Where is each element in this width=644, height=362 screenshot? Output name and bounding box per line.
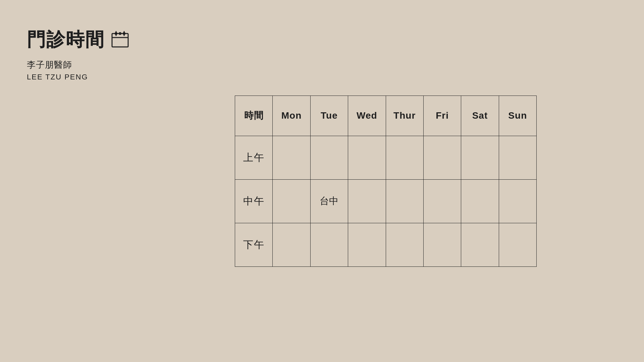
cell-tue-morning: [310, 136, 348, 179]
table-header-row: 時間 Mon Tue Wed Thur Fri Sat Sun: [235, 96, 537, 136]
svg-rect-0: [112, 34, 128, 47]
cell-fri-morning: [423, 136, 461, 179]
cell-mon-noon: [273, 179, 310, 223]
header-time: 時間: [235, 96, 273, 136]
header-fri: Fri: [423, 96, 461, 136]
cell-fri-noon: [423, 179, 461, 223]
left-panel: 門診時間 李子朋醫師 LEE TZU PENG: [27, 20, 134, 82]
schedule-table: 時間 Mon Tue Wed Thur Fri Sat Sun 上午: [235, 96, 537, 267]
cell-tue-afternoon: [310, 223, 348, 266]
header-mon: Mon: [273, 96, 310, 136]
cell-sat-afternoon: [461, 223, 499, 266]
cell-sun-morning: [499, 136, 536, 179]
row-morning: 上午: [235, 136, 537, 179]
title-row: 門診時間: [27, 30, 129, 49]
time-noon: 中午: [235, 179, 273, 223]
cell-tue-noon: 台中: [310, 179, 348, 223]
doctor-name-zh: 李子朋醫師: [27, 58, 88, 71]
cell-sun-noon: [499, 179, 536, 223]
time-afternoon: 下午: [235, 223, 273, 266]
cell-thur-morning: [386, 136, 423, 179]
header-sat: Sat: [461, 96, 499, 136]
cell-fri-afternoon: [423, 223, 461, 266]
cell-thur-afternoon: [386, 223, 423, 266]
row-noon: 中午 台中: [235, 179, 537, 223]
page-container: 門診時間 李子朋醫師 LEE TZU PENG 時間 Mo: [0, 0, 644, 362]
cell-wed-noon: [348, 179, 386, 223]
doctor-name-en: LEE TZU PENG: [27, 71, 88, 82]
header-thur: Thur: [386, 96, 423, 136]
cell-mon-afternoon: [273, 223, 310, 266]
row-afternoon: 下午: [235, 223, 537, 266]
header-tue: Tue: [310, 96, 348, 136]
cell-mon-morning: [273, 136, 310, 179]
cell-sat-noon: [461, 179, 499, 223]
schedule-table-wrapper: 時間 Mon Tue Wed Thur Fri Sat Sun 上午: [154, 96, 617, 267]
page-title: 門診時間: [27, 30, 105, 49]
cell-wed-morning: [348, 136, 386, 179]
time-morning: 上午: [235, 136, 273, 179]
cell-thur-noon: [386, 179, 423, 223]
cell-wed-afternoon: [348, 223, 386, 266]
cell-sat-morning: [461, 136, 499, 179]
cell-sun-afternoon: [499, 223, 536, 266]
calendar-icon: [111, 30, 129, 49]
doctor-info: 李子朋醫師 LEE TZU PENG: [27, 58, 88, 82]
header-wed: Wed: [348, 96, 386, 136]
header-sun: Sun: [499, 96, 536, 136]
